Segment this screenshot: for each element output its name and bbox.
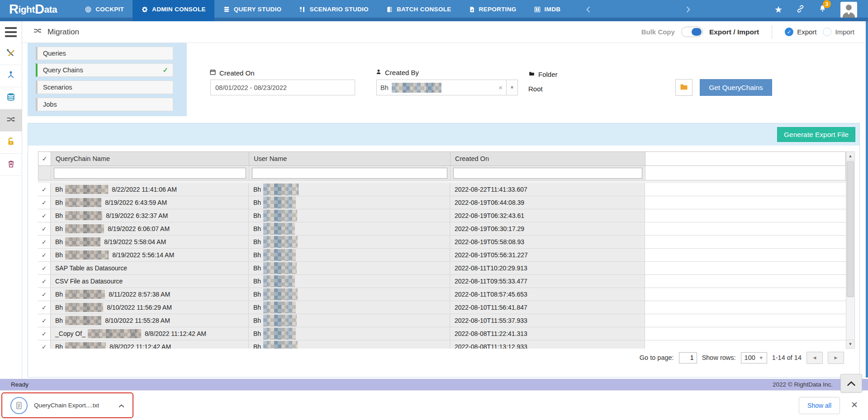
export-radio[interactable]: ✓ Export (785, 28, 816, 36)
nav-reporting[interactable]: REPORTING (460, 0, 525, 21)
user-name-prefix: Bh (253, 304, 261, 311)
table-row[interactable]: ✓ Bh 8/19/2022 6:32:37 AM Bh 2022-08-19T… (38, 209, 846, 222)
generate-export-file-button[interactable]: Generate Export File (777, 127, 855, 142)
clear-icon[interactable]: × (498, 84, 503, 91)
querychain-name-cell: CSV File as Datasource (51, 275, 249, 288)
table-row[interactable]: ✓ Bh 8/19/2022 6:43:59 AM Bh 2022-08-19T… (38, 196, 846, 209)
table-row[interactable]: ✓ Bh 8/22/2022 11:41:06 AM Bh 2022-08-22… (38, 183, 846, 196)
row-checkbox[interactable]: ✓ (38, 288, 51, 301)
row-checkbox[interactable]: ✓ (38, 327, 51, 340)
favorites-star-icon[interactable]: ★ (774, 5, 783, 14)
select-all-checkbox[interactable]: ✓ (38, 152, 51, 165)
user-name-cell: Bh (249, 275, 450, 288)
file-options-caret-icon[interactable] (119, 401, 124, 410)
user-name-prefix: Bh (253, 291, 261, 298)
table-row[interactable]: ✓ Bh 8/19/2022 5:56:14 AM Bh 2022-08-19T… (38, 249, 846, 262)
show-all-downloads-button[interactable]: Show all (799, 397, 840, 414)
column-header-created-on[interactable]: Created On (451, 152, 645, 165)
nav-query-studio[interactable]: QUERY STUDIO (214, 0, 290, 21)
downloaded-file-item[interactable]: QueryChain Export....txt (1, 392, 133, 418)
copyright-text: 2022 © RightData Inc. (773, 381, 833, 388)
next-page-button[interactable]: ► (828, 352, 844, 364)
row-checkbox[interactable]: ✓ (38, 209, 51, 222)
scroll-to-top-button[interactable] (840, 374, 862, 392)
querychain-name-prefix: Bh (55, 186, 63, 193)
created-on-date-range-input[interactable] (210, 80, 355, 95)
table-row[interactable]: ✓ Bh 8/10/2022 11:55:28 AM Bh 2022-08-10… (38, 314, 846, 327)
menu-item-query-chains[interactable]: Query Chains ✓ (36, 63, 173, 77)
table-row[interactable]: ✓ Bh 8/19/2022 5:58:04 AM Bh 2022-08-19T… (38, 236, 846, 249)
querychain-name-cell: Bh 8/19/2022 6:43:59 AM (51, 196, 249, 209)
created-on-filter-input[interactable] (453, 168, 642, 179)
user-name-prefix: Bh (253, 186, 261, 193)
row-checkbox[interactable]: ✓ (38, 314, 51, 327)
querychain-name-redaction (65, 224, 104, 233)
table-row[interactable]: ✓ Bh 8/19/2022 6:06:07 AM Bh 2022-08-19T… (38, 222, 846, 236)
row-checkbox[interactable]: ✓ (38, 222, 51, 235)
right-edge-scrollbar[interactable] (866, 21, 868, 378)
row-checkbox[interactable]: ✓ (38, 249, 51, 261)
nav-cockpit[interactable]: COCKPIT (76, 0, 133, 21)
created-by-combobox[interactable]: Bh × ▼ (376, 80, 518, 95)
row-checkbox[interactable]: ✓ (38, 196, 51, 209)
table-row[interactable]: ✓ Bh 8/10/2022 11:56:29 AM Bh 2022-08-10… (38, 301, 846, 314)
get-querychains-button[interactable]: Get QueryChains (700, 79, 772, 96)
rail-recycle-bin[interactable] (0, 154, 22, 176)
rail-datasources[interactable] (0, 87, 22, 109)
row-checkbox[interactable]: ✓ (38, 183, 51, 196)
nav-admin-console[interactable]: ADMIN CONSOLE (133, 0, 214, 21)
grid-vertical-scrollbar[interactable]: ▲ ▼ (846, 151, 855, 349)
querychain-name-redaction (65, 342, 106, 349)
rail-tools[interactable] (0, 43, 22, 65)
querychain-name-suffix: 8/8/2022 11:12:42 AM (145, 330, 206, 337)
import-radio[interactable]: Import (823, 28, 854, 36)
querychain-name-filter-input[interactable] (54, 168, 246, 179)
rail-migration[interactable] (0, 109, 22, 132)
table-row[interactable]: ✓ Bh 8/11/2022 8:57:38 AM Bh 2022-08-11T… (38, 288, 846, 301)
rows-per-page-select[interactable]: 100 ▼ (741, 352, 767, 363)
menu-item-jobs[interactable]: Jobs (36, 98, 173, 111)
export-import-toggle[interactable] (681, 27, 703, 37)
table-row[interactable]: ✓ Bh 8/8/2022 11:12:42 AM Bh 2022-08-08T… (38, 340, 846, 349)
querychain-name-suffix: 8/10/2022 11:55:28 AM (105, 317, 170, 324)
menu-item-queries[interactable]: Queries (36, 47, 173, 60)
table-row[interactable]: ✓ CSV File as Datasource Bh 2022-08-11T0… (38, 275, 846, 288)
previous-page-button[interactable]: ◄ (806, 352, 823, 364)
scrollbar-up-arrow-icon[interactable]: ▲ (846, 152, 854, 160)
nav-scroll-left-icon[interactable] (581, 0, 596, 21)
row-checkbox[interactable]: ✓ (38, 275, 51, 288)
row-checkbox[interactable]: ✓ (38, 340, 51, 349)
column-header-user-name[interactable]: User Name (249, 152, 451, 165)
user-avatar[interactable] (840, 2, 857, 18)
rail-hierarchy[interactable] (0, 65, 22, 87)
folder-picker-button[interactable] (675, 79, 693, 96)
row-checkbox[interactable]: ✓ (38, 301, 51, 314)
nav-scroll-right-icon[interactable] (680, 0, 696, 21)
rightdata-logo[interactable]: RightData (0, 0, 76, 21)
nav-imdb[interactable]: IMDB (525, 0, 569, 21)
nav-scenario-studio[interactable]: SCENARIO STUDIO (290, 0, 377, 21)
dropdown-caret-icon[interactable]: ▼ (507, 80, 518, 95)
table-row[interactable]: ✓ _Copy Of_ 8/8/2022 11:12:42 AM Bh 2022… (38, 327, 846, 340)
page-number-input[interactable] (679, 352, 697, 363)
user-name-filter-input[interactable] (252, 168, 447, 179)
column-header-querychain-name[interactable]: QueryChain Name (51, 152, 249, 165)
link-icon[interactable] (796, 5, 805, 15)
close-download-bar-icon[interactable]: ✕ (851, 400, 858, 410)
notifications-bell-icon[interactable]: 3 (818, 4, 827, 15)
created-on-value: 2022-08-10T11:56:41.847 (450, 301, 645, 314)
querychain-name-suffix: 8/19/2022 5:58:04 AM (104, 238, 166, 245)
row-checkbox[interactable]: ✓ (38, 236, 51, 248)
row-checkbox[interactable]: ✓ (38, 262, 51, 274)
scrollbar-thumb[interactable] (847, 161, 854, 297)
menu-item-scenarios[interactable]: Scenarios (36, 80, 173, 94)
goto-page-label: Go to page: (640, 354, 674, 361)
nav-batch-console[interactable]: BATCH CONSOLE (377, 0, 460, 21)
hamburger-menu-icon[interactable] (0, 21, 22, 43)
scrollbar-down-arrow-icon[interactable]: ▼ (846, 340, 854, 348)
page-title: Migration (32, 26, 79, 38)
querychain-name-prefix: Bh (55, 225, 63, 232)
rail-security[interactable] (0, 132, 22, 154)
table-row[interactable]: ✓ SAP Table as Datasource Bh 2022-08-11T… (38, 262, 846, 275)
downloaded-file-name: QueryChain Export....txt (34, 402, 99, 409)
